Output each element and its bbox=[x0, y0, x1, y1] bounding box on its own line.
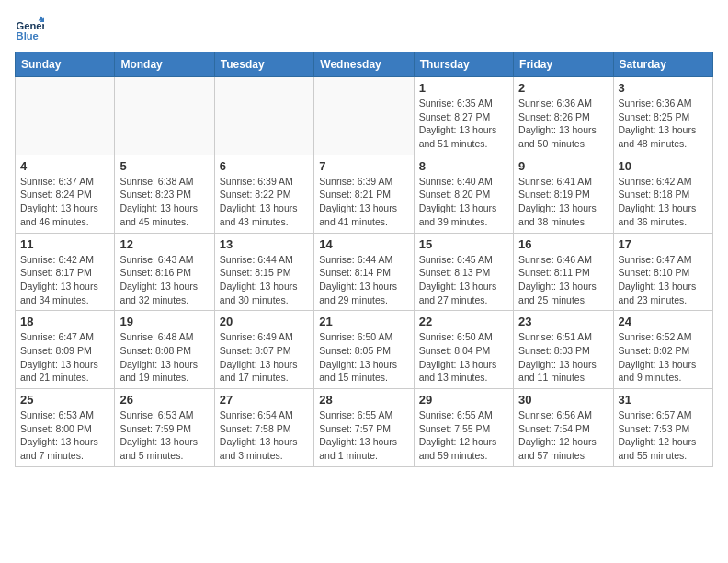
weekday-header: Thursday bbox=[414, 52, 513, 77]
day-info: Sunrise: 6:47 AM Sunset: 8:09 PM Dayligh… bbox=[20, 330, 109, 385]
day-info: Sunrise: 6:50 AM Sunset: 8:05 PM Dayligh… bbox=[319, 330, 408, 385]
day-number: 23 bbox=[518, 315, 608, 328]
day-info: Sunrise: 6:39 AM Sunset: 8:21 PM Dayligh… bbox=[319, 175, 408, 229]
calendar-cell: 5Sunrise: 6:38 AM Sunset: 8:23 PM Daylig… bbox=[115, 155, 214, 233]
day-info: Sunrise: 6:48 AM Sunset: 8:08 PM Dayligh… bbox=[119, 330, 209, 385]
calendar-cell: 27Sunrise: 6:54 AM Sunset: 7:58 PM Dayli… bbox=[214, 389, 313, 467]
day-info: Sunrise: 6:55 AM Sunset: 7:57 PM Dayligh… bbox=[319, 408, 408, 463]
calendar-cell: 31Sunrise: 6:57 AM Sunset: 7:53 PM Dayli… bbox=[613, 389, 712, 467]
calendar-cell: 21Sunrise: 6:50 AM Sunset: 8:05 PM Dayli… bbox=[314, 311, 414, 389]
logo-icon: General Blue bbox=[15, 15, 44, 44]
day-info: Sunrise: 6:52 AM Sunset: 8:02 PM Dayligh… bbox=[619, 330, 708, 385]
day-number: 31 bbox=[619, 393, 708, 407]
svg-text:Blue: Blue bbox=[17, 30, 39, 41]
day-number: 3 bbox=[619, 81, 708, 95]
day-number: 17 bbox=[619, 237, 708, 251]
day-info: Sunrise: 6:57 AM Sunset: 7:53 PM Dayligh… bbox=[619, 408, 708, 463]
calendar-cell: 19Sunrise: 6:48 AM Sunset: 8:08 PM Dayli… bbox=[115, 311, 214, 389]
calendar-week-row: 4Sunrise: 6:37 AM Sunset: 8:24 PM Daylig… bbox=[16, 155, 713, 233]
day-info: Sunrise: 6:54 AM Sunset: 7:58 PM Dayligh… bbox=[220, 408, 309, 463]
day-number: 11 bbox=[20, 237, 109, 251]
day-number: 19 bbox=[119, 315, 209, 328]
calendar-cell: 9Sunrise: 6:41 AM Sunset: 8:19 PM Daylig… bbox=[514, 155, 613, 233]
day-info: Sunrise: 6:45 AM Sunset: 8:13 PM Dayligh… bbox=[419, 253, 508, 307]
calendar-cell: 20Sunrise: 6:49 AM Sunset: 8:07 PM Dayli… bbox=[214, 311, 313, 389]
weekday-header: Wednesday bbox=[314, 52, 414, 77]
day-info: Sunrise: 6:44 AM Sunset: 8:14 PM Dayligh… bbox=[319, 253, 408, 307]
day-number: 16 bbox=[518, 237, 608, 251]
calendar-cell: 29Sunrise: 6:55 AM Sunset: 7:55 PM Dayli… bbox=[414, 389, 513, 467]
day-number: 12 bbox=[119, 237, 209, 251]
day-info: Sunrise: 6:53 AM Sunset: 7:59 PM Dayligh… bbox=[119, 408, 209, 463]
calendar-cell: 2Sunrise: 6:36 AM Sunset: 8:26 PM Daylig… bbox=[514, 77, 613, 155]
day-info: Sunrise: 6:35 AM Sunset: 8:27 PM Dayligh… bbox=[419, 97, 508, 151]
weekday-header: Saturday bbox=[613, 52, 712, 77]
day-number: 10 bbox=[619, 159, 708, 173]
day-number: 5 bbox=[119, 159, 209, 173]
calendar-cell: 13Sunrise: 6:44 AM Sunset: 8:15 PM Dayli… bbox=[214, 233, 313, 311]
day-number: 18 bbox=[20, 315, 109, 328]
day-number: 28 bbox=[319, 393, 408, 407]
calendar-cell: 7Sunrise: 6:39 AM Sunset: 8:21 PM Daylig… bbox=[314, 155, 414, 233]
day-number: 26 bbox=[119, 393, 209, 407]
day-info: Sunrise: 6:38 AM Sunset: 8:23 PM Dayligh… bbox=[119, 175, 209, 229]
calendar-cell: 14Sunrise: 6:44 AM Sunset: 8:14 PM Dayli… bbox=[314, 233, 414, 311]
day-info: Sunrise: 6:39 AM Sunset: 8:22 PM Dayligh… bbox=[220, 175, 309, 229]
weekday-header: Monday bbox=[115, 52, 214, 77]
calendar-cell: 18Sunrise: 6:47 AM Sunset: 8:09 PM Dayli… bbox=[16, 311, 115, 389]
calendar-cell: 8Sunrise: 6:40 AM Sunset: 8:20 PM Daylig… bbox=[414, 155, 513, 233]
day-number: 8 bbox=[419, 159, 508, 173]
calendar-cell: 28Sunrise: 6:55 AM Sunset: 7:57 PM Dayli… bbox=[314, 389, 414, 467]
day-info: Sunrise: 6:42 AM Sunset: 8:18 PM Dayligh… bbox=[619, 175, 708, 229]
day-info: Sunrise: 6:53 AM Sunset: 8:00 PM Dayligh… bbox=[20, 408, 109, 463]
day-number: 22 bbox=[419, 315, 508, 328]
day-number: 21 bbox=[319, 315, 408, 328]
day-number: 15 bbox=[419, 237, 508, 251]
day-info: Sunrise: 6:46 AM Sunset: 8:11 PM Dayligh… bbox=[518, 253, 608, 307]
day-number: 6 bbox=[220, 159, 309, 173]
calendar-week-row: 11Sunrise: 6:42 AM Sunset: 8:17 PM Dayli… bbox=[16, 233, 713, 311]
day-number: 25 bbox=[20, 393, 109, 407]
calendar-cell: 17Sunrise: 6:47 AM Sunset: 8:10 PM Dayli… bbox=[613, 233, 712, 311]
calendar-cell bbox=[16, 77, 115, 155]
day-info: Sunrise: 6:44 AM Sunset: 8:15 PM Dayligh… bbox=[220, 253, 309, 307]
calendar-cell: 26Sunrise: 6:53 AM Sunset: 7:59 PM Dayli… bbox=[115, 389, 214, 467]
day-info: Sunrise: 6:42 AM Sunset: 8:17 PM Dayligh… bbox=[20, 253, 109, 307]
calendar-cell: 11Sunrise: 6:42 AM Sunset: 8:17 PM Dayli… bbox=[16, 233, 115, 311]
logo: General Blue bbox=[15, 15, 48, 44]
calendar-cell: 12Sunrise: 6:43 AM Sunset: 8:16 PM Dayli… bbox=[115, 233, 214, 311]
calendar-cell: 6Sunrise: 6:39 AM Sunset: 8:22 PM Daylig… bbox=[214, 155, 313, 233]
weekday-header: Tuesday bbox=[214, 52, 313, 77]
calendar-cell bbox=[314, 77, 414, 155]
day-info: Sunrise: 6:36 AM Sunset: 8:26 PM Dayligh… bbox=[518, 97, 608, 151]
day-info: Sunrise: 6:43 AM Sunset: 8:16 PM Dayligh… bbox=[119, 253, 209, 307]
calendar-cell bbox=[115, 77, 214, 155]
calendar-cell: 24Sunrise: 6:52 AM Sunset: 8:02 PM Dayli… bbox=[613, 311, 712, 389]
calendar-week-row: 1Sunrise: 6:35 AM Sunset: 8:27 PM Daylig… bbox=[16, 77, 713, 155]
day-number: 27 bbox=[220, 393, 309, 407]
day-number: 2 bbox=[518, 81, 608, 95]
day-info: Sunrise: 6:50 AM Sunset: 8:04 PM Dayligh… bbox=[419, 330, 508, 385]
calendar-cell: 10Sunrise: 6:42 AM Sunset: 8:18 PM Dayli… bbox=[613, 155, 712, 233]
day-info: Sunrise: 6:55 AM Sunset: 7:55 PM Dayligh… bbox=[419, 408, 508, 463]
calendar-table: SundayMondayTuesdayWednesdayThursdayFrid… bbox=[15, 52, 713, 467]
calendar-cell: 16Sunrise: 6:46 AM Sunset: 8:11 PM Dayli… bbox=[514, 233, 613, 311]
day-info: Sunrise: 6:49 AM Sunset: 8:07 PM Dayligh… bbox=[220, 330, 309, 385]
calendar-cell: 23Sunrise: 6:51 AM Sunset: 8:03 PM Dayli… bbox=[514, 311, 613, 389]
day-info: Sunrise: 6:51 AM Sunset: 8:03 PM Dayligh… bbox=[518, 330, 608, 385]
calendar-cell: 4Sunrise: 6:37 AM Sunset: 8:24 PM Daylig… bbox=[16, 155, 115, 233]
day-number: 9 bbox=[518, 159, 608, 173]
weekday-header: Sunday bbox=[16, 52, 115, 77]
calendar-cell: 30Sunrise: 6:56 AM Sunset: 7:54 PM Dayli… bbox=[514, 389, 613, 467]
weekday-header: Friday bbox=[514, 52, 613, 77]
day-number: 24 bbox=[619, 315, 708, 328]
calendar-cell: 22Sunrise: 6:50 AM Sunset: 8:04 PM Dayli… bbox=[414, 311, 513, 389]
calendar-week-row: 18Sunrise: 6:47 AM Sunset: 8:09 PM Dayli… bbox=[16, 311, 713, 389]
calendar-cell bbox=[214, 77, 313, 155]
calendar-cell: 1Sunrise: 6:35 AM Sunset: 8:27 PM Daylig… bbox=[414, 77, 513, 155]
calendar-header-row: SundayMondayTuesdayWednesdayThursdayFrid… bbox=[16, 52, 713, 77]
day-info: Sunrise: 6:36 AM Sunset: 8:25 PM Dayligh… bbox=[619, 97, 708, 151]
day-number: 29 bbox=[419, 393, 508, 407]
day-number: 4 bbox=[20, 159, 109, 173]
page-header: General Blue bbox=[15, 15, 713, 44]
